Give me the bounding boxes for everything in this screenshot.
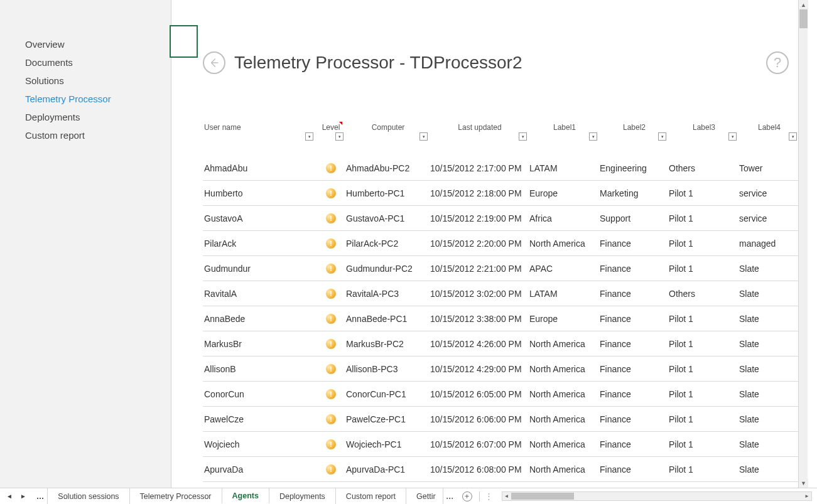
cell-computer: AhmadAbu-PC2	[346, 163, 430, 173]
filter-label3[interactable]: ▾	[728, 132, 737, 141]
cell-username: PilarAck	[203, 239, 316, 249]
sheet-more-button[interactable]: …	[33, 492, 48, 501]
cell-label3: Pilot 1	[669, 364, 739, 374]
col-username: User name▾	[203, 123, 316, 132]
table-row[interactable]: ApurvaDa!ApurvaDa-PC110/15/2012 6:08:00 …	[203, 457, 799, 482]
drag-handle[interactable]: ⋮	[485, 491, 494, 501]
cell-level: !	[316, 239, 346, 249]
cell-updated: 10/15/2012 4:29:00 PM	[430, 364, 529, 374]
cell-label2: Support	[600, 213, 669, 223]
cell-label3: Others	[669, 289, 739, 299]
table-row[interactable]: ConorCun!ConorCun-PC110/15/2012 6:05:00 …	[203, 382, 799, 407]
warning-icon: !	[326, 213, 336, 223]
cell-label2: Finance	[600, 439, 669, 449]
hscroll-left-button[interactable]: ◄	[502, 492, 511, 500]
table-row[interactable]: RavitalA!RavitalA-PC310/15/2012 3:02:00 …	[203, 281, 799, 306]
sheet-prev-button[interactable]: ◄	[4, 493, 15, 500]
sidebar-item-overview[interactable]: Overview	[0, 35, 171, 53]
cell-label1: North America	[529, 464, 600, 475]
cell-label2: Finance	[600, 239, 669, 249]
cell-label1: Africa	[529, 213, 600, 223]
cell-level: !	[316, 289, 346, 299]
cell-label4: Slate	[739, 414, 799, 424]
filter-label4[interactable]: ▾	[789, 132, 797, 141]
sidebar-item-deployments[interactable]: Deployments	[0, 108, 171, 126]
filter-updated[interactable]: ▾	[519, 132, 527, 141]
cell-label3: Others	[669, 163, 739, 173]
cell-username: Humberto	[203, 188, 316, 198]
tab-telemetry-processor[interactable]: Telemetry Processor	[129, 488, 222, 504]
cell-updated: 10/15/2012 6:05:00 PM	[430, 389, 529, 399]
cell-username: Wojciech	[203, 439, 316, 449]
sidebar-item-documents[interactable]: Documents	[0, 53, 171, 72]
table-row[interactable]: PilarAck!PilarAck-PC210/15/2012 2:20:00 …	[203, 231, 799, 256]
table-row[interactable]: Wojciech!Wojciech-PC110/15/2012 6:07:00 …	[203, 432, 799, 457]
sidebar-item-solutions[interactable]: Solutions	[0, 72, 171, 90]
filter-level[interactable]: ▾	[335, 132, 344, 141]
filter-label2[interactable]: ▾	[658, 132, 666, 141]
cell-username: RavitalA	[203, 289, 316, 299]
table-row[interactable]: PawelCze!PawelCze-PC110/15/2012 6:06:00 …	[203, 407, 799, 432]
cell-label4: service	[739, 188, 799, 198]
cell-label4: managed	[739, 239, 799, 249]
cell-label4: Slate	[739, 314, 799, 324]
table-row[interactable]: MarkusBr!MarkusBr-PC210/15/2012 4:26:00 …	[203, 331, 799, 357]
warning-icon: !	[326, 439, 336, 449]
tab-gettir[interactable]: Gettir	[406, 488, 443, 504]
cell-updated: 10/15/2012 2:18:00 PM	[430, 188, 529, 198]
table-row[interactable]: GustavoA!GustavoA-PC110/15/2012 2:19:00 …	[203, 206, 799, 231]
cell-updated: 10/15/2012 6:07:00 PM	[430, 439, 529, 449]
filter-computer[interactable]: ▾	[419, 132, 428, 141]
scroll-up-button[interactable]: ▲	[799, 0, 808, 9]
tab-deployments[interactable]: Deployments	[269, 488, 336, 504]
horizontal-scrollbar[interactable]: ◄ ►	[502, 491, 812, 501]
cell-label4: Slate	[739, 439, 799, 449]
cell-label3: Pilot 1	[669, 389, 739, 399]
cell-label3: Pilot 1	[669, 314, 739, 324]
cell-computer: PilarAck-PC2	[346, 239, 430, 249]
cell-selection[interactable]	[170, 25, 198, 58]
vertical-scrollbar[interactable]: ▲ ▼	[798, 0, 808, 488]
cell-label1: LATAM	[529, 163, 600, 173]
help-button[interactable]: ?	[766, 51, 789, 74]
table-row[interactable]: Gudmundur!Gudmundur-PC210/15/2012 2:21:0…	[203, 256, 799, 281]
cell-label3: Pilot 1	[669, 439, 739, 449]
table-row[interactable]: Humberto!Humberto-PC110/15/2012 2:18:00 …	[203, 181, 799, 206]
cell-label2: Finance	[600, 289, 669, 299]
sheet-nav-arrows: ◄ ►	[0, 493, 33, 500]
tab-solution-sessions[interactable]: Solution sessions	[47, 488, 129, 504]
tab-custom-report[interactable]: Custom report	[335, 488, 406, 504]
table-row[interactable]: AhmadAbu!AhmadAbu-PC210/15/2012 2:17:00 …	[203, 156, 799, 181]
scroll-thumb[interactable]	[799, 9, 808, 28]
cell-label4: Slate	[739, 364, 799, 374]
cell-level: !	[316, 439, 346, 449]
sidebar-item-custom-report[interactable]: Custom report	[0, 126, 171, 144]
back-button[interactable]	[203, 51, 225, 74]
hscroll-right-button[interactable]: ►	[803, 492, 811, 500]
arrow-left-icon	[208, 57, 220, 68]
add-sheet-button[interactable]: +	[460, 491, 474, 501]
cell-username: AnnaBede	[203, 314, 316, 324]
table-row[interactable]: AnnaBede!AnnaBede-PC110/15/2012 3:38:00 …	[203, 306, 799, 331]
cell-label1: APAC	[529, 264, 600, 274]
warning-icon: !	[326, 289, 336, 299]
table-row[interactable]: AllisonB!AllisonB-PC310/15/2012 4:29:00 …	[203, 357, 799, 382]
hscroll-thumb[interactable]	[511, 493, 574, 500]
scroll-down-button[interactable]: ▼	[799, 478, 808, 488]
sheet-next-button[interactable]: ►	[18, 493, 29, 500]
cell-level: !	[316, 364, 346, 374]
warning-icon: !	[326, 464, 336, 475]
cell-label4: Slate	[739, 339, 799, 349]
sidebar-item-telemetry-processor[interactable]: Telemetry Processor	[0, 90, 171, 108]
tabs-overflow-icon: …	[443, 492, 457, 501]
cell-level: !	[316, 339, 346, 349]
cell-computer: ApurvaDa-PC1	[346, 464, 430, 475]
table-header: User name▾ Level▾ Computer▾ Last updated…	[203, 123, 799, 146]
cell-label3: Pilot 1	[669, 464, 739, 475]
filter-label1[interactable]: ▾	[589, 132, 597, 141]
tab-agents[interactable]: Agents	[222, 488, 269, 504]
col-label1: Label1▾	[529, 123, 600, 132]
filter-username[interactable]: ▾	[305, 132, 313, 141]
warning-icon: !	[326, 364, 336, 374]
cell-level: !	[316, 464, 346, 475]
